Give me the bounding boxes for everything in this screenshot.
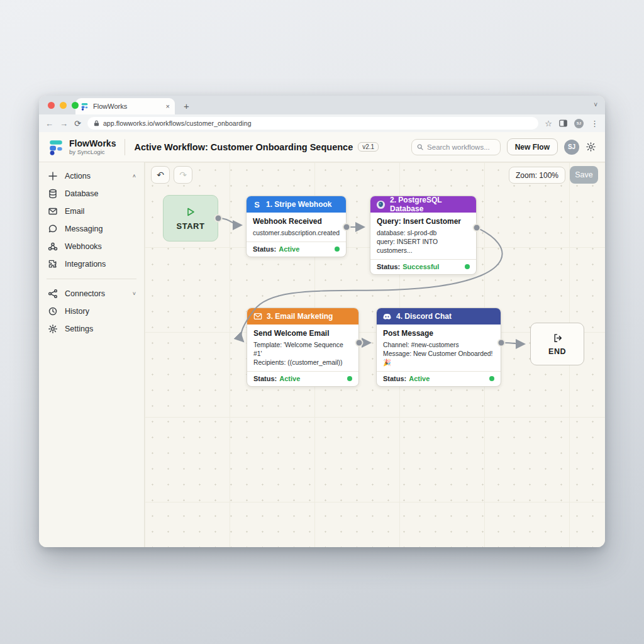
browser-tab[interactable]: FlowWorks × [75, 98, 175, 114]
node-title: 2. PostgreSQL Database [390, 196, 470, 213]
envelope-icon [253, 312, 262, 321]
browser-window: FlowWorks × + ˅ ← → ⟳ app.flowworks.io/w… [39, 96, 605, 547]
webhook-icon [48, 242, 58, 252]
zoom-level[interactable]: Zoom: 100% [509, 167, 565, 184]
node-email-marketing[interactable]: 3. Email Marketing Send Welcome Email Te… [247, 308, 359, 387]
status-dot [465, 264, 470, 269]
undo-button[interactable]: ↶ [151, 166, 170, 184]
node-heading: Webhook Received [253, 217, 340, 226]
puzzle-icon [48, 259, 58, 269]
node-heading: Send Welcome Email [253, 329, 352, 338]
header-divider [125, 139, 125, 155]
workflow-search[interactable] [411, 139, 501, 155]
node-title: 4. Discord Chat [396, 312, 452, 321]
node-detail: customer.subscription.created [253, 229, 340, 238]
close-window-button[interactable] [48, 102, 55, 109]
play-icon [185, 206, 196, 218]
lock-icon [94, 120, 99, 126]
side-panel-icon[interactable] [559, 119, 567, 127]
workflow-canvas[interactable]: ↶ ↷ Zoom: 100% Save [145, 162, 605, 547]
database-icon [48, 189, 58, 199]
browser-menu-icon[interactable]: ⋮ [591, 119, 599, 128]
sidebar-item-integrations[interactable]: Integrations [39, 255, 144, 273]
new-tab-button[interactable]: + [184, 101, 189, 114]
minimize-window-button[interactable] [60, 102, 67, 109]
node-title: 3. Email Marketing [267, 312, 333, 321]
node-detail: query: INSERT INTO customers... [377, 238, 470, 255]
status-dot [489, 376, 494, 381]
brand: FlowWorks by SyncLogic [48, 139, 116, 155]
sidebar-item-connectors[interactable]: Connectors ˅ [39, 285, 144, 303]
end-node[interactable]: END [530, 323, 584, 365]
sidebar-divider [47, 279, 136, 279]
node-detail: Message: New Customer Onboarded! 🎉 [383, 350, 494, 367]
tab-search-chevron-icon[interactable]: ˅ [594, 101, 597, 108]
user-avatar[interactable]: SJ [564, 140, 579, 155]
node-detail: Channel: #new-customers [383, 341, 494, 350]
forward-icon[interactable]: → [60, 119, 68, 128]
window-controls[interactable] [48, 102, 79, 109]
sidebar-item-messaging[interactable]: Messaging [39, 220, 144, 238]
new-flow-button[interactable]: New Flow [507, 138, 558, 155]
flowworks-favicon [80, 103, 89, 111]
edge-start-to-stripe [218, 218, 242, 225]
postgresql-icon [376, 200, 386, 209]
node-detail: Template: 'Welcome Sequence #1' [253, 341, 352, 358]
discord-icon [382, 312, 392, 321]
sidebar: Actions ˄ Database Email Messaging Webho… [39, 162, 145, 547]
settings-gear-icon[interactable] [586, 142, 596, 152]
url-text: app.flowworks.io/workflows/customer_onbo… [103, 119, 252, 127]
node-status: Status: Successful [370, 259, 476, 274]
node-status: Status: Active [247, 371, 358, 386]
node-status: Status: Active [377, 371, 501, 386]
tab-title: FlowWorks [93, 103, 162, 110]
flowworks-logo-icon [48, 139, 64, 155]
sidebar-item-settings[interactable]: Settings [39, 320, 144, 338]
save-button[interactable]: Save [570, 166, 598, 184]
app-header: FlowWorks by SyncLogic Active Workflow: … [39, 132, 605, 162]
redo-button[interactable]: ↷ [174, 166, 192, 184]
node-detail: database: sl-prod-db [377, 229, 470, 238]
start-node[interactable]: START [163, 195, 218, 242]
chevron-down-icon[interactable]: ˅ [133, 291, 136, 297]
bookmark-star-icon[interactable]: ☆ [545, 119, 552, 128]
sidebar-item-email[interactable]: Email [39, 203, 144, 220]
sidebar-item-history[interactable]: History [39, 303, 144, 320]
node-postgresql-database[interactable]: 2. PostgreSQL Database Query: Insert Cus… [370, 196, 477, 275]
brand-subtitle: by SyncLogic [69, 148, 116, 155]
node-status: Status: Active [247, 242, 346, 257]
node-heading: Post Message [383, 329, 494, 338]
brand-name: FlowWorks [69, 139, 116, 148]
tab-strip: FlowWorks × + ˅ [39, 96, 605, 114]
plus-icon [48, 171, 58, 181]
address-bar[interactable]: app.flowworks.io/workflows/customer_onbo… [87, 117, 538, 130]
stripe-icon: S [252, 200, 262, 209]
version-badge: v2.1 [358, 142, 379, 152]
search-input[interactable] [427, 143, 495, 151]
reload-icon[interactable]: ⟳ [74, 119, 81, 128]
page-title: Active Workflow: Customer Onboarding Seq… [134, 142, 353, 152]
exit-icon [552, 333, 563, 343]
envelope-icon [48, 206, 58, 216]
close-tab-icon[interactable]: × [166, 103, 170, 110]
share-icon [48, 289, 58, 299]
clock-icon [48, 306, 58, 316]
node-detail: Recipients: ((customer_email)) [253, 358, 352, 367]
status-dot [335, 247, 340, 252]
maximize-window-button[interactable] [72, 102, 79, 109]
edge-discord-to-end [501, 343, 525, 344]
browser-profile-avatar[interactable]: SJ [574, 119, 584, 128]
status-dot [347, 376, 352, 381]
node-discord-chat[interactable]: 4. Discord Chat Post Message Channel: #n… [376, 308, 501, 387]
sidebar-item-actions[interactable]: Actions ˄ [39, 167, 144, 185]
sidebar-item-webhooks[interactable]: Webhooks [39, 238, 144, 255]
node-heading: Query: Insert Customer [377, 217, 470, 226]
back-icon[interactable]: ← [45, 119, 53, 128]
node-title: 1. Stripe Webhook [266, 200, 331, 209]
browser-toolbar: ← → ⟳ app.flowworks.io/workflows/custome… [39, 114, 605, 132]
chat-icon [48, 224, 58, 234]
sidebar-item-database[interactable]: Database [39, 185, 144, 203]
node-stripe-webhook[interactable]: S 1. Stripe Webhook Webhook Received cus… [246, 196, 347, 257]
chevron-up-icon[interactable]: ˄ [133, 173, 136, 179]
search-icon [417, 143, 423, 151]
